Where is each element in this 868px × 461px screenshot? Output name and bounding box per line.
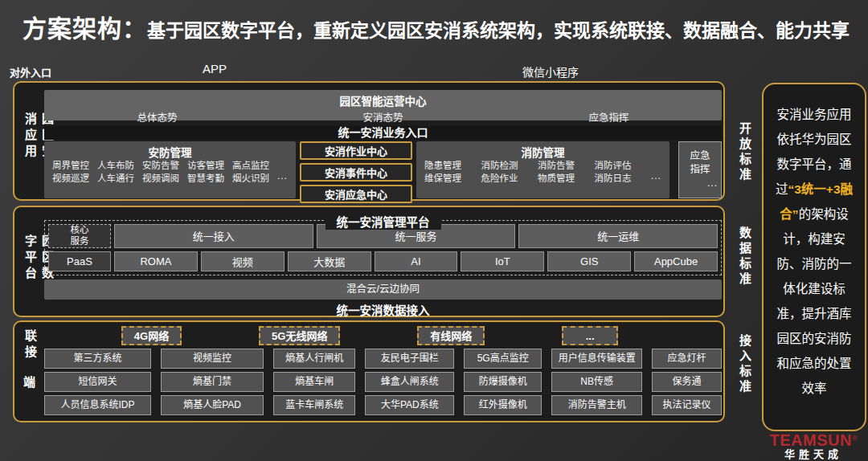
network-more-box: ... xyxy=(562,326,618,345)
device-box: 第三方系统 xyxy=(44,349,151,369)
security-item: 安防告警 xyxy=(142,160,179,173)
device-box: 大华PAD系统 xyxy=(365,395,454,415)
fire-col: 隐患管理维保管理 xyxy=(424,160,461,185)
fire-more-dots: ... xyxy=(651,169,661,185)
component-ai: AI xyxy=(375,251,458,271)
fire-item: 消防告警 xyxy=(538,160,575,173)
security-col: 高点监控烟火识别 xyxy=(232,160,269,185)
device-box: 蜂盒人闸系统 xyxy=(365,372,454,392)
section-campus-safety-apps: 园区安消应用 园区智能运营中心 总体态势 安消态势 应急指挥 统一安消业务入口 … xyxy=(13,81,725,201)
fire-item: 物质管理 xyxy=(538,173,575,186)
device-box: 执法记录仪 xyxy=(652,395,722,415)
fire-col: 消防评估消防日志 xyxy=(594,160,631,185)
registered-mark-icon: ® xyxy=(852,434,858,443)
fire-item: 消防检测 xyxy=(481,160,518,173)
network-4g-box: 4G网络 xyxy=(121,326,182,345)
device-box: 应急灯杆 xyxy=(652,349,722,369)
network-row: 4G网络 5G无线网络 有线网络 ... xyxy=(44,326,695,345)
device-box: 蓝卡车闸系统 xyxy=(273,395,355,415)
emergency-center-box: 安消应急中心 xyxy=(300,185,412,203)
device-box: 人员信息系统IDP xyxy=(44,395,151,415)
security-item: 人车布防 xyxy=(97,160,134,173)
page-title: 方案架构：基于园区数字平台，重新定义园区安消系统架构，实现系统联接、数据融合、能… xyxy=(23,9,850,44)
security-col: 访客管理智慧考勤 xyxy=(187,160,224,185)
device-box: 熵基车闸 xyxy=(273,372,355,392)
core-service-line2: 服务 xyxy=(71,236,89,247)
core-service-line1: 核心 xyxy=(71,225,89,236)
section-campus-digital-platform: 园区数字平台 统一安消管理平台 核心 服务 统一接入 统一服务 统一运维 Paa… xyxy=(13,206,725,317)
device-box: 友民电子围栏 xyxy=(365,349,454,369)
network-wired-box: 有线网络 xyxy=(417,326,485,345)
company-logo: TEAMSUN® 华胜天成 xyxy=(759,431,868,460)
device-box: 用户信息传输装置 xyxy=(551,349,642,369)
network-5g-box: 5G无线网络 xyxy=(259,326,340,345)
logo-teamsun-text: TEAMSUN xyxy=(769,431,851,449)
device-box: 防爆摄像机 xyxy=(464,372,542,392)
emergency-more-dots: ... xyxy=(707,177,721,190)
unified-center-stack: 安消作业中心 安消事件中心 安消应急中心 xyxy=(300,141,412,198)
security-management-box: 安防管理 周界管控视频巡逻 人车布防人车通行 安防告警视频调阅 访客管理智慧考勤… xyxy=(44,141,296,198)
component-bigdata: 大数据 xyxy=(288,251,371,271)
security-item: 周界管控 xyxy=(52,160,89,173)
ops-item-overall-situation: 总体态势 xyxy=(44,109,270,124)
title-prefix: 方案架构： xyxy=(23,15,147,42)
wechat-miniprogram-label: 微信小程序 xyxy=(522,63,579,80)
security-col: 周界管控视频巡逻 xyxy=(52,160,89,185)
security-item: 烟火识别 xyxy=(232,173,269,186)
fire-col: 消防检测危险作业 xyxy=(481,160,518,185)
fire-col: 消防告警物质管理 xyxy=(538,160,575,185)
summary-text-2: 的架构设计，构建安防、消防的一体化建设标准，提升酒库园区的安消防和应急的处置效率 xyxy=(776,207,851,395)
device-box: 保务通 xyxy=(652,372,722,392)
core-service-box: 核心 服务 xyxy=(48,224,111,248)
security-col: 人车布防人车通行 xyxy=(97,160,134,185)
security-item: 高点监控 xyxy=(232,160,269,173)
device-box: 5G高点监控 xyxy=(464,349,542,369)
device-box: 熵基门禁 xyxy=(161,372,264,392)
fire-item: 消防日志 xyxy=(594,173,631,186)
security-management-items: 周界管控视频巡逻 人车布防人车通行 安防告警视频调阅 访客管理智慧考勤 高点监控… xyxy=(51,159,289,185)
fire-management-items: 隐患管理维保管理 消防检测危险作业 消防告警物质管理 消防评估消防日志 ... xyxy=(423,159,663,185)
ops-item-emergency-command: 应急指挥 xyxy=(496,109,722,124)
app-entry-label: APP xyxy=(203,62,227,75)
apps-row: 安防管理 周界管控视频巡逻 人车布防人车通行 安防告警视频调阅 访客管理智慧考勤… xyxy=(44,141,722,198)
unified-ops-box: 统一运维 xyxy=(518,224,718,248)
device-box: 熵基人脸PAD xyxy=(161,395,264,415)
security-item: 访客管理 xyxy=(187,160,224,173)
fire-item: 消防评估 xyxy=(594,160,631,173)
security-more-dots: ... xyxy=(277,169,288,185)
unified-access-box: 统一接入 xyxy=(114,224,313,248)
logo-chinese-name: 华胜天成 xyxy=(759,449,868,460)
fire-management-box: 消防管理 隐患管理维保管理 消防检测危险作业 消防告警物质管理 消防评估消防日志… xyxy=(416,141,669,198)
device-box: NB传感 xyxy=(551,372,642,392)
ops-center-title: 园区智能运营中心 xyxy=(44,90,722,108)
standard-open-label: 开放标准 xyxy=(736,122,753,183)
section-label-connection: 联接 xyxy=(22,329,39,361)
emergency-command-box: 应急 指挥 ... xyxy=(678,141,722,198)
emergency-line2: 指挥 xyxy=(690,163,710,177)
device-box: 熵基人行闸机 xyxy=(273,349,355,369)
component-appcube: AppCube xyxy=(634,251,718,271)
event-center-box: 安消事件中心 xyxy=(300,163,412,182)
standard-access-label: 接入标准 xyxy=(736,334,753,395)
fire-management-title: 消防管理 xyxy=(423,144,663,159)
unified-mgmt-platform-heading: 统一安消管理平台 xyxy=(326,213,441,230)
security-col: 安防告警视频调阅 xyxy=(142,160,179,185)
unified-data-access-heading: 统一安消数据接入 xyxy=(44,301,722,318)
component-iot: IoT xyxy=(461,251,544,271)
title-subtitle: 基于园区数字平台，重新定义园区安消系统架构，实现系统联接、数据融合、能力共享 xyxy=(147,20,850,41)
security-item: 智慧考勤 xyxy=(187,173,224,186)
security-management-title: 安防管理 xyxy=(51,144,289,159)
device-grid: 第三方系统 视频监控 熵基人行闸机 友民电子围栏 5G高点监控 用户信息传输装置… xyxy=(44,349,722,415)
security-item: 视频调阅 xyxy=(142,173,179,186)
security-item: 视频巡逻 xyxy=(52,173,89,186)
standard-data-label: 数据标准 xyxy=(736,226,753,288)
component-roma: ROMA xyxy=(114,251,198,271)
emergency-line1: 应急 xyxy=(690,149,710,163)
device-box: 消防告警主机 xyxy=(551,395,642,415)
section-connection-devices: 联接 端 4G网络 5G无线网络 有线网络 ... 第三方系统 视频监控 熵基人… xyxy=(13,320,725,422)
section-label-edge: 端 xyxy=(23,373,39,390)
ops-item-safety-situation: 安消态势 xyxy=(270,109,496,124)
component-gis: GIS xyxy=(547,251,631,271)
external-entry-label: 对外入口 xyxy=(10,64,51,80)
paas-box: PaaS xyxy=(48,251,111,271)
